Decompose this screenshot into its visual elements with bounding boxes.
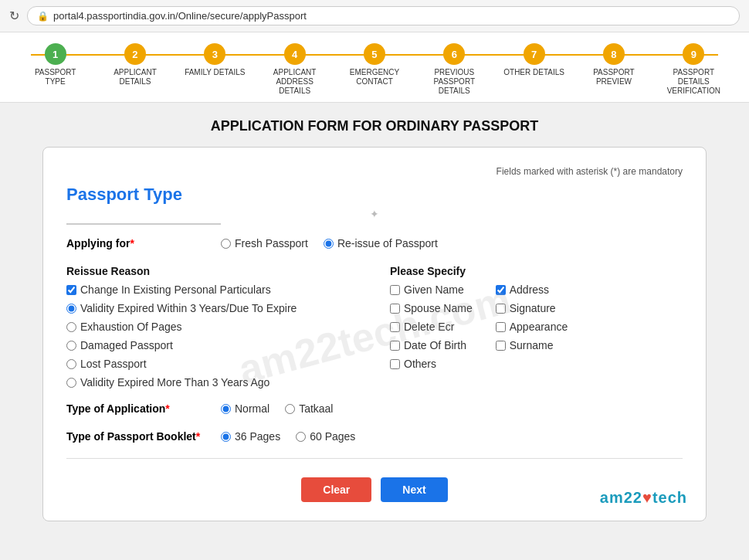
- stepper-container: 1 PASSPORT TYPE 2 APPLICANT DETAILS 3 FA…: [0, 32, 749, 103]
- reissue-exhaustion-radio[interactable]: [66, 322, 76, 332]
- step-label-1: PASSPORT TYPE: [25, 68, 86, 87]
- step-label-9: PASSPORT DETAILS VERIFICATION: [663, 68, 724, 96]
- step-label-3: FAMILY DETAILS: [185, 68, 245, 77]
- reissue-validity-radio[interactable]: [66, 304, 76, 314]
- specify-address[interactable]: Address: [496, 283, 568, 296]
- step-circle-3: 3: [204, 43, 225, 65]
- section-title: Passport Type: [66, 185, 683, 205]
- reissue-passport-option[interactable]: Re-issue of Passport: [324, 237, 438, 249]
- step-1[interactable]: 1 PASSPORT TYPE: [15, 43, 95, 87]
- type-normal-option[interactable]: Normal: [221, 402, 269, 415]
- next-button[interactable]: Next: [381, 477, 447, 502]
- specify-given-name-label: Given Name: [404, 283, 464, 296]
- type-of-application-label: Type of Application*: [66, 402, 205, 415]
- step-6[interactable]: 6 PREVIOUS PASSPORT DETAILS: [415, 43, 494, 96]
- specify-given-name-checkbox[interactable]: [390, 285, 400, 295]
- type-normal-radio[interactable]: [221, 404, 231, 414]
- booklet-36-option[interactable]: 36 Pages: [221, 430, 280, 443]
- reissue-change-personal[interactable]: Change In Existing Personal Particulars: [66, 283, 359, 296]
- type-tatkaal-label: Tatkaal: [299, 402, 333, 415]
- specify-appearance-label: Appearance: [510, 321, 568, 333]
- specify-signature-checkbox[interactable]: [496, 304, 506, 314]
- step-5[interactable]: 5 EMERGENCY CONTACT: [334, 43, 414, 87]
- step-label-6: PREVIOUS PASSPORT DETAILS: [423, 68, 485, 96]
- reissue-change-personal-checkbox[interactable]: [66, 285, 76, 295]
- step-circle-5: 5: [364, 43, 385, 65]
- reissue-reason-section: Reissue Reason Change In Existing Person…: [66, 265, 359, 389]
- booklet-60-label: 60 Pages: [310, 430, 355, 443]
- required-mark-2: *: [165, 402, 169, 415]
- clear-button[interactable]: Clear: [301, 477, 371, 502]
- please-specify-cols: Given Name Spouse Name Delete Ecr D: [390, 283, 683, 370]
- compass-icon: ✦: [66, 208, 683, 220]
- step-3[interactable]: 3 FAMILY DETAILS: [175, 43, 255, 77]
- specify-spouse-name-checkbox[interactable]: [390, 304, 400, 314]
- url-bar[interactable]: 🔒 portal4.passportindia.gov.in/Online/se…: [27, 6, 740, 25]
- type-tatkaal-option[interactable]: Tatkaal: [285, 402, 333, 415]
- step-8[interactable]: 8 PASSPORT PREVIEW: [574, 43, 653, 87]
- brand-watermark: am22♥tech: [600, 489, 687, 507]
- type-tatkaal-radio[interactable]: [285, 404, 295, 414]
- fresh-passport-option[interactable]: Fresh Passport: [221, 237, 308, 249]
- reissue-exhaustion-label: Exhaustion Of Pages: [80, 321, 182, 333]
- specify-signature-label: Signature: [510, 302, 556, 314]
- booklet-36-label: 36 Pages: [235, 430, 280, 443]
- specify-dob-label: Date Of Birth: [404, 339, 466, 351]
- specify-others[interactable]: Others: [390, 358, 473, 370]
- required-mark-3: *: [196, 430, 200, 443]
- form-card: am22tech.com Fields marked with asterisk…: [42, 147, 707, 521]
- reissue-please-specify-section: Reissue Reason Change In Existing Person…: [66, 265, 683, 389]
- specify-delete-ecr-checkbox[interactable]: [390, 322, 400, 332]
- specify-others-checkbox[interactable]: [390, 359, 400, 369]
- reissue-lost-radio[interactable]: [66, 359, 76, 369]
- fresh-passport-radio[interactable]: [221, 239, 231, 249]
- reissue-validity-expired-more[interactable]: Validity Expired More Than 3 Years Ago: [66, 376, 359, 389]
- reissue-lost[interactable]: Lost Passport: [66, 358, 359, 370]
- type-of-application-row: Type of Application* Normal Tatkaal: [66, 402, 683, 415]
- reissue-passport-radio[interactable]: [324, 239, 334, 249]
- reissue-damaged-radio[interactable]: [66, 341, 76, 351]
- specify-address-label: Address: [510, 283, 549, 296]
- specify-surname[interactable]: Surname: [496, 339, 568, 351]
- step-2[interactable]: 2 APPLICANT DETAILS: [95, 43, 175, 87]
- specify-signature[interactable]: Signature: [496, 302, 568, 314]
- page-title: APPLICATION FORM FOR ORDINARY PASSPORT: [15, 118, 734, 134]
- type-normal-label: Normal: [235, 402, 269, 415]
- step-4[interactable]: 4 APPLICANT ADDRESS DETAILS: [255, 43, 334, 96]
- booklet-60-radio[interactable]: [296, 432, 306, 442]
- type-of-booklet-options: 36 Pages 60 Pages: [221, 430, 355, 443]
- specify-appearance-checkbox[interactable]: [496, 322, 506, 332]
- specify-appearance[interactable]: Appearance: [496, 321, 568, 333]
- specify-date-of-birth[interactable]: Date Of Birth: [390, 339, 473, 351]
- specify-spouse-name[interactable]: Spouse Name: [390, 302, 473, 314]
- type-of-booklet-row: Type of Passport Booklet* 36 Pages 60 Pa…: [66, 430, 683, 443]
- reissue-damaged[interactable]: Damaged Passport: [66, 339, 359, 351]
- step-circle-9: 9: [683, 43, 704, 65]
- booklet-60-option[interactable]: 60 Pages: [296, 430, 355, 443]
- reissue-damaged-label: Damaged Passport: [80, 339, 173, 351]
- specify-given-name[interactable]: Given Name: [390, 283, 473, 296]
- refresh-icon[interactable]: ↻: [9, 8, 19, 23]
- divider: [66, 458, 683, 459]
- step-9[interactable]: 9 PASSPORT DETAILS VERIFICATION: [654, 43, 734, 96]
- step-circle-2: 2: [124, 43, 146, 65]
- step-label-4: APPLICANT ADDRESS DETAILS: [264, 68, 326, 96]
- step-circle-4: 4: [284, 43, 306, 65]
- reissue-validity-expired-3[interactable]: Validity Expired Within 3 Years/Due To E…: [66, 302, 359, 314]
- specify-delete-ecr[interactable]: Delete Ecr: [390, 321, 473, 333]
- specify-dob-checkbox[interactable]: [390, 341, 400, 351]
- specify-spouse-name-label: Spouse Name: [404, 302, 473, 314]
- reissue-reason-title: Reissue Reason: [66, 265, 359, 277]
- booklet-36-radio[interactable]: [221, 432, 231, 442]
- specify-others-label: Others: [404, 358, 436, 370]
- reissue-passport-label: Re-issue of Passport: [337, 237, 438, 249]
- type-of-application-options: Normal Tatkaal: [221, 402, 333, 415]
- specify-surname-label: Surname: [510, 339, 554, 351]
- button-row: Clear Next: [66, 477, 683, 502]
- mandatory-note: Fields marked with asterisk (*) are mand…: [66, 166, 683, 177]
- specify-address-checkbox[interactable]: [496, 285, 506, 295]
- specify-surname-checkbox[interactable]: [496, 341, 506, 351]
- step-7[interactable]: 7 OTHER DETAILS: [494, 43, 574, 77]
- reissue-exhaustion[interactable]: Exhaustion Of Pages: [66, 321, 359, 333]
- reissue-validity-more-radio[interactable]: [66, 378, 76, 388]
